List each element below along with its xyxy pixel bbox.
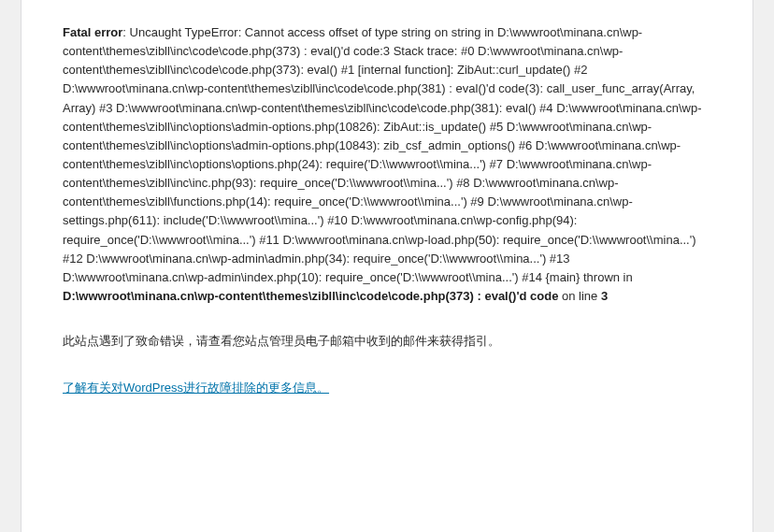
error-panel: Fatal error: Uncaught TypeError: Cannot … xyxy=(21,0,753,532)
troubleshoot-link[interactable]: 了解有关对WordPress进行故障排除的更多信息。 xyxy=(63,379,329,397)
thrown-in-path: D:\wwwroot\minana.cn\wp-content\themes\z… xyxy=(63,289,558,303)
fatal-error-label: Fatal error xyxy=(63,25,122,39)
on-line-label: on line xyxy=(558,289,601,303)
site-critical-error-message: 此站点遇到了致命错误，请查看您站点管理员电子邮箱中收到的邮件来获得指引。 xyxy=(63,332,711,351)
stack-trace-text: : Uncaught TypeError: Cannot access offs… xyxy=(63,25,702,284)
php-fatal-error-block: Fatal error: Uncaught TypeError: Cannot … xyxy=(63,23,711,306)
line-number: 3 xyxy=(601,289,608,303)
